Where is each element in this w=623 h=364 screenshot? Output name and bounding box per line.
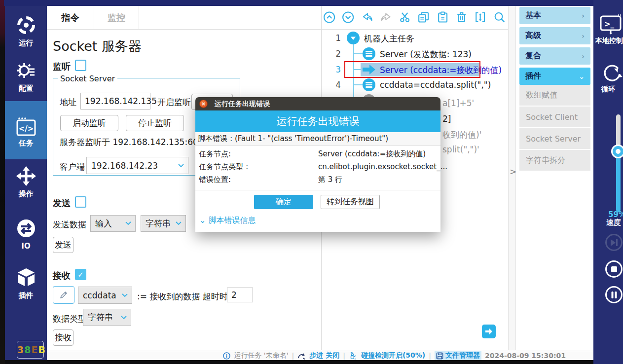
tree-node-icon[interactable] xyxy=(363,47,375,60)
tree-line-number: 4 xyxy=(323,80,341,90)
plugin-item-socket-server[interactable]: Socket Server xyxy=(519,128,590,150)
plugin-item-array-assign[interactable]: 数组赋值 xyxy=(519,85,590,107)
goto-current-node-button[interactable] xyxy=(482,325,496,338)
task-node-type-value: cn.elibot.plugin.exsocket.socket_... xyxy=(318,162,447,171)
tree-node-icon[interactable] xyxy=(363,78,375,91)
send-type-dropdown[interactable]: 字符串 xyxy=(141,215,186,232)
timeout-input[interactable]: 2 xyxy=(227,288,253,302)
loop-icon[interactable] xyxy=(601,64,623,84)
tree-row-fragment: 收到的值)' xyxy=(442,129,481,141)
collapse-panel-arrow[interactable]: > xyxy=(510,167,516,177)
send-checkbox[interactable] xyxy=(75,196,86,208)
tree-row-split[interactable]: ccddata=ccddata.split(",") xyxy=(380,80,491,90)
copy-button[interactable] xyxy=(417,11,430,24)
send-source-value: 输入 xyxy=(95,218,112,229)
address-label: 地址 xyxy=(60,97,76,108)
local-console-icon[interactable]: >_ xyxy=(600,14,623,35)
data-type-dropdown[interactable]: 字符串 xyxy=(83,309,131,326)
redo-button[interactable] xyxy=(380,11,392,24)
socket-server-group-title: Socket Server xyxy=(58,74,117,83)
dialog-ok-button[interactable]: 确定 xyxy=(254,195,313,209)
data-type-label: 数据类型 xyxy=(53,313,86,325)
accordion-section-basic[interactable]: 基本› xyxy=(519,7,590,24)
accordion-label: 高级 xyxy=(525,31,541,41)
chevron-down-icon xyxy=(121,316,127,320)
client-dropdown[interactable]: 192.168.142.23 xyxy=(86,157,188,174)
accordion-section-composite[interactable]: 复合› xyxy=(519,47,590,65)
move-down-button[interactable] xyxy=(342,11,354,24)
recv-variable-dropdown[interactable]: ccddata xyxy=(78,287,132,304)
plugin-item-socket-client[interactable]: Socket Client xyxy=(519,107,590,128)
speed-slider-handle[interactable] xyxy=(613,146,623,157)
start-listen-button[interactable]: 启动监听 xyxy=(60,115,118,131)
tree-expand-icon[interactable] xyxy=(347,32,360,44)
pause-button[interactable] xyxy=(605,286,623,303)
robot-status-badge[interactable]: 38EB xyxy=(17,341,44,359)
move-up-button[interactable] xyxy=(323,11,335,24)
send-button[interactable]: 发送 xyxy=(53,237,73,253)
client-label: 客户端 xyxy=(60,161,85,173)
script-error-detail-link[interactable]: ⌄ 脚本错误信息 xyxy=(199,216,256,226)
recv-checkbox[interactable]: ✓ xyxy=(75,269,86,280)
dialog-close-button[interactable]: × xyxy=(199,100,208,108)
task-node-value: Server (ccddata:=接收到的值) xyxy=(318,149,426,159)
page-title: Socket 服务器 xyxy=(53,37,142,55)
tab-monitor[interactable]: 监控 xyxy=(94,6,139,29)
dialog-goto-task-view-button[interactable]: 转到任务视图 xyxy=(321,195,380,209)
data-type-value: 字符串 xyxy=(88,312,113,323)
tree-line-number: 1 xyxy=(323,33,341,43)
plugin-item-string-split[interactable]: 字符串拆分 xyxy=(519,150,590,172)
collision-detect-status[interactable]: 碰撞检测开启(50%) xyxy=(361,351,425,360)
stop-button[interactable] xyxy=(605,260,623,278)
chevron-down-icon xyxy=(176,221,182,225)
dialog-separator xyxy=(195,190,440,190)
sidebar-item-plugin[interactable]: 插件 xyxy=(5,266,47,300)
edit-variable-button[interactable] xyxy=(53,286,74,304)
chevron-right-icon: › xyxy=(582,12,585,20)
tree-row-main-task[interactable]: 机器人主任务 xyxy=(364,33,414,44)
dialog-titlebar[interactable]: × 运行任务出现错误 xyxy=(195,97,440,110)
info-icon xyxy=(223,352,230,360)
step-mode-status[interactable]: 步进 关闭 xyxy=(309,351,339,360)
desktop-background-left xyxy=(0,0,5,364)
collapse-merge-button[interactable] xyxy=(474,11,486,24)
paste-button[interactable] xyxy=(437,11,449,24)
sidebar-item-config[interactable]: 配置 xyxy=(5,59,47,93)
accordion-section-advanced[interactable]: 高级› xyxy=(519,27,590,44)
panel-splitter[interactable] xyxy=(508,6,516,350)
address-input[interactable]: 192.168.142.135 xyxy=(80,93,150,109)
tree-row-fragment: a[1]+5' xyxy=(442,98,474,108)
gear-icon xyxy=(15,59,37,82)
cut-button[interactable] xyxy=(399,11,411,24)
tree-row-server-send[interactable]: Server (发送数据: 123) xyxy=(380,49,472,60)
sidebar-item-task[interactable]: </> 任务 xyxy=(5,101,47,159)
tree-line-number: 3 xyxy=(323,65,341,74)
sidebar-item-operate[interactable]: 操作 xyxy=(5,165,47,199)
file-manager-button[interactable]: 文件管理器 xyxy=(435,351,481,360)
accordion-section-plugin[interactable]: 插件⌄ xyxy=(519,68,590,85)
speed-slider-track-lower[interactable] xyxy=(616,152,621,212)
badge-char: E xyxy=(31,344,38,355)
delete-button[interactable] xyxy=(455,11,468,24)
recv-button[interactable]: 接收 xyxy=(53,329,73,346)
search-button[interactable] xyxy=(493,11,506,24)
chevron-right-icon: › xyxy=(582,52,585,60)
undo-button[interactable] xyxy=(361,11,373,24)
speed-label: 速度 xyxy=(606,218,621,227)
file-manager-label: 文件管理器 xyxy=(445,351,480,360)
step-button[interactable] xyxy=(605,234,623,251)
run-task-status[interactable]: 运行任务 '未命名' xyxy=(234,351,288,360)
listen-checkbox[interactable] xyxy=(75,60,86,71)
chevron-down-icon: ⌄ xyxy=(199,216,209,225)
stop-listen-button[interactable]: 停止监听 xyxy=(126,115,184,131)
sidebar-item-run[interactable]: 运行 xyxy=(5,14,47,48)
tab-command[interactable]: 指令 xyxy=(47,6,94,29)
script-error-line: 脚本错误：(Fault 1- "(class 'TimeoutError')-T… xyxy=(195,132,440,146)
stop-icon xyxy=(611,266,618,273)
chevron-down-icon xyxy=(122,293,128,297)
open-listen-label: 开启监听 xyxy=(157,97,191,108)
tree-toolbar xyxy=(323,9,506,26)
loop-label: 循环 xyxy=(601,85,615,94)
send-source-dropdown[interactable]: 输入 xyxy=(90,215,136,232)
sidebar-item-io[interactable]: IO xyxy=(5,217,47,251)
